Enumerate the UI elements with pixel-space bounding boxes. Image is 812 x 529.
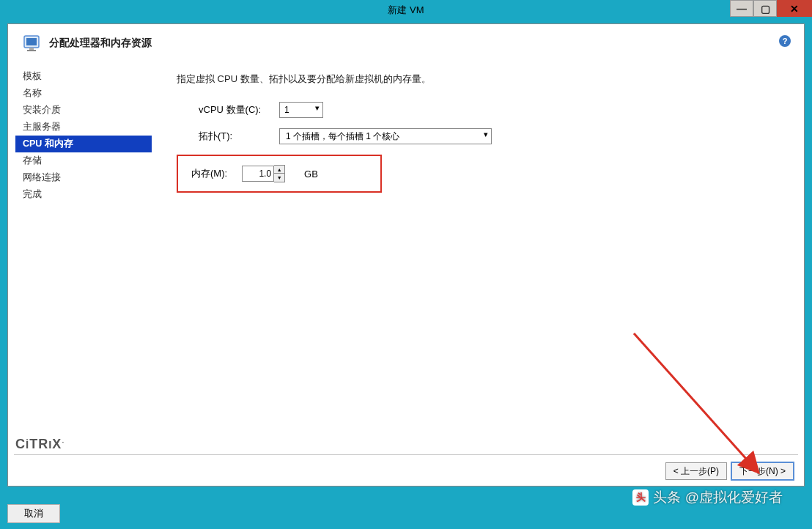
vcpu-row: vCPU 数量(C): 1: [177, 102, 782, 118]
dialog-title: 分配处理器和内存资源: [49, 37, 152, 50]
titlebar-buttons: — ▢ ✕: [730, 0, 812, 17]
maximize-button[interactable]: ▢: [753, 0, 777, 17]
memory-highlight-box: 内存(M): ▲ ▼ GB: [177, 155, 382, 193]
memory-spinbox: ▲ ▼: [242, 165, 285, 182]
description-text: 指定虚拟 CPU 数量、拓扑以及要分配给新虚拟机的内存量。: [177, 73, 782, 86]
svg-rect-3: [27, 50, 36, 51]
memory-spin-buttons: ▲ ▼: [274, 165, 285, 182]
help-icon[interactable]: ?: [779, 35, 791, 47]
topology-select[interactable]: 1 个插槽，每个插槽 1 个核心: [279, 128, 492, 144]
window-title: 新建 VM: [388, 4, 424, 17]
svg-rect-1: [26, 38, 37, 45]
sidebar-item-install-media[interactable]: 安装介质: [15, 102, 152, 119]
titlebar: 新建 VM — ▢ ✕: [0, 0, 812, 21]
memory-input[interactable]: [242, 166, 274, 182]
content-pane: 指定虚拟 CPU 数量、拓扑以及要分配给新虚拟机的内存量。 vCPU 数量(C)…: [155, 62, 804, 486]
next-button[interactable]: 下一步(N) >: [731, 462, 794, 480]
cancel-button[interactable]: 取消: [7, 504, 60, 523]
vm-icon: [23, 33, 40, 53]
sidebar-item-networking[interactable]: 网络连接: [15, 169, 152, 186]
close-button[interactable]: ✕: [777, 0, 812, 17]
main-content: 模板 名称 安装介质 主服务器 CPU 和内存 存储 网络连接 完成 指定虚拟 …: [8, 62, 804, 486]
footer-buttons: < 上一步(P) 下一步(N) >: [665, 462, 794, 480]
svg-rect-2: [29, 48, 34, 50]
minimize-button[interactable]: —: [730, 0, 753, 17]
vcpu-label: vCPU 数量(C):: [177, 103, 279, 116]
watermark-text: 头条 @虚拟化爱好者: [653, 488, 783, 507]
sidebar-item-home-server[interactable]: 主服务器: [15, 119, 152, 136]
dialog-header: 分配处理器和内存资源 ?: [8, 24, 804, 62]
memory-spin-down[interactable]: ▼: [274, 174, 284, 182]
citrix-logo: CİTRIX˙: [15, 437, 65, 452]
sidebar-item-cpu-memory[interactable]: CPU 和内存: [15, 136, 152, 152]
sidebar-item-template[interactable]: 模板: [15, 68, 152, 85]
sidebar-item-finish[interactable]: 完成: [15, 186, 152, 203]
dialog-body: 分配处理器和内存资源 ? 模板 名称 安装介质 主服务器 CPU 和内存 存储 …: [7, 23, 805, 487]
footer-separator: [14, 454, 798, 455]
wizard-sidebar: 模板 名称 安装介质 主服务器 CPU 和内存 存储 网络连接 完成: [8, 62, 155, 486]
memory-label: 内存(M):: [191, 167, 227, 180]
watermark: 头 头条 @虚拟化爱好者: [632, 488, 783, 507]
topology-row: 拓扑(T): 1 个插槽，每个插槽 1 个核心: [177, 128, 782, 144]
sidebar-item-name[interactable]: 名称: [15, 85, 152, 102]
memory-spin-up[interactable]: ▲: [274, 166, 284, 174]
watermark-icon: 头: [632, 489, 649, 506]
topology-label: 拓扑(T):: [177, 130, 279, 143]
prev-button[interactable]: < 上一步(P): [665, 462, 727, 480]
memory-unit: GB: [304, 169, 318, 180]
sidebar-item-storage[interactable]: 存储: [15, 152, 152, 169]
vcpu-select[interactable]: 1: [279, 102, 323, 118]
